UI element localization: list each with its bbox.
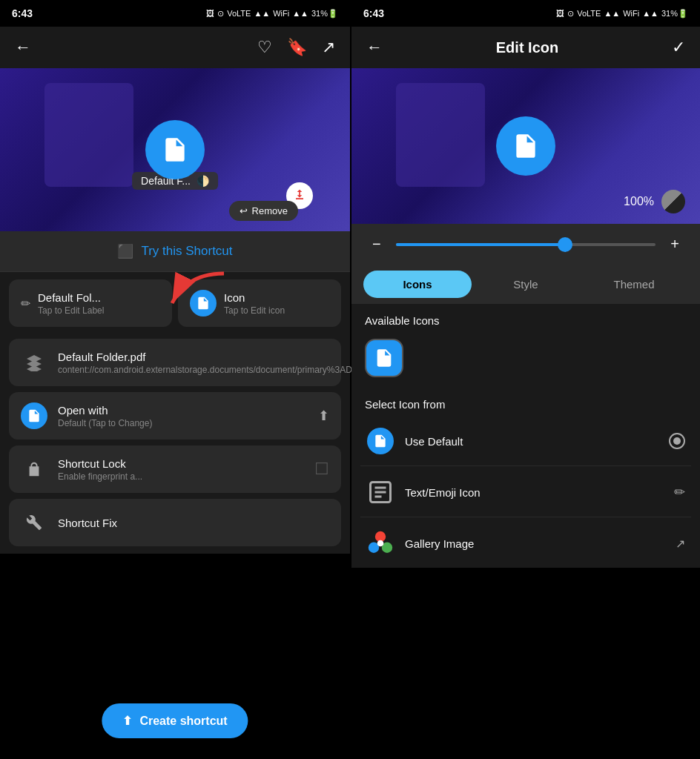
file-icon (161, 136, 189, 164)
icon-circle-small (190, 290, 217, 316)
gallery-label: Gallery Image (405, 537, 665, 550)
slider-row: − + (366, 233, 685, 256)
external-link-icon: ↗ (676, 537, 685, 551)
slider-fill (396, 243, 565, 246)
default-folder-sub: Tap to Edit Label (38, 305, 160, 316)
right-back-button[interactable]: ← (363, 35, 386, 60)
icon-content: Icon Tap to Edit icon (224, 291, 329, 316)
shortcuts-icon (292, 188, 307, 203)
use-default-icon (366, 427, 394, 455)
icon-sub: Tap to Edit icon (224, 305, 329, 316)
left-preview-banner: Default F... 🌓 ↩ Remove (0, 68, 350, 231)
right-timer-icon: ⊙ (567, 9, 574, 19)
text-emoji-item[interactable]: Text/Emoji Icon ✏ (360, 468, 691, 517)
svg-point-5 (377, 540, 384, 547)
slider-minus-button[interactable]: − (366, 233, 387, 256)
remove-icon: ↩ (240, 205, 248, 216)
voip-icon: VoLTE (227, 9, 251, 18)
tab-icons[interactable]: Icons (363, 271, 472, 298)
lock-sub: Enable fingerprint a... (58, 471, 304, 482)
tab-themed[interactable]: Themed (580, 271, 688, 298)
slider-track[interactable] (396, 243, 656, 246)
back-button[interactable]: ← (12, 35, 34, 60)
lock-title: Shortcut Lock (58, 457, 304, 470)
use-default-radio[interactable] (669, 433, 685, 449)
left-status-icons: 🖼 ⊙ VoLTE ▲▲ WiFi ▲▲ 31%🔋 (206, 9, 338, 19)
icon-title: Icon (224, 291, 329, 304)
theme-circle (661, 190, 685, 213)
text-emoji-label: Text/Emoji Icon (405, 486, 664, 499)
default-file-icon (373, 434, 388, 448)
available-file-icon (374, 348, 394, 368)
shortcut-fix-item[interactable]: Shortcut Fix (9, 499, 341, 546)
signal2-icon: ▲▲ (292, 9, 308, 18)
wrench-icon (21, 509, 47, 536)
right-voip-icon: VoLTE (577, 9, 601, 18)
create-shortcut-button[interactable]: ⬆ Create shortcut (102, 703, 248, 738)
timer-icon: ⊙ (217, 9, 224, 19)
text-box-icon (367, 479, 394, 506)
available-icons-label: Available Icons (351, 304, 700, 333)
percent-label: 100% (624, 195, 654, 208)
lock-svg-icon (26, 461, 42, 477)
moon-icon: 🌓 (197, 175, 209, 187)
right-status-time: 6:43 (363, 7, 384, 19)
icon-source-list: Use Default Text/Emoji Icon ✏ (351, 417, 700, 568)
slider-thumb[interactable] (558, 237, 572, 252)
shortcut-actions-list: ✏ Default Fol... Tap to Edit Label Icon … (0, 272, 350, 554)
right-preview-banner: 100% (351, 68, 700, 224)
gallery-icon (366, 529, 394, 557)
heart-button[interactable]: ♡ (254, 35, 275, 60)
available-icon-item[interactable] (365, 339, 403, 377)
try-shortcut-button[interactable]: ⬛ Try this Shortcut (0, 231, 350, 272)
confirm-button[interactable]: ✓ (669, 35, 688, 60)
lock-icon (21, 456, 47, 483)
default-folder-content: Default Fol... Tap to Edit Label (38, 291, 160, 316)
default-folder-title: Default Fol... (38, 291, 160, 304)
open-with-icon (21, 402, 47, 429)
checkbox-icon: ☐ (314, 460, 329, 479)
share-button[interactable]: ↗ (319, 35, 338, 60)
right-phone-panel: 6:43 🖼 ⊙ VoLTE ▲▲ WiFi ▲▲ 31%🔋 ← Edit Ic… (351, 0, 700, 759)
bookmark-button[interactable]: 🔖 (284, 35, 310, 60)
gallery-image-item[interactable]: Gallery Image ↗ (360, 519, 691, 568)
text-emoji-icon (366, 478, 394, 506)
radio-dot (673, 437, 681, 445)
use-default-item[interactable]: Use Default (360, 417, 691, 466)
pencil-icon: ✏ (21, 296, 30, 311)
right-signal-icon: ▲▲ (604, 9, 620, 18)
icon-edit-item[interactable]: Icon Tap to Edit icon (178, 279, 341, 327)
open-with-item[interactable]: Open with Default (Tap to Change) ⬆ (9, 392, 341, 440)
text-emoji-pencil-icon: ✏ (674, 484, 685, 500)
left-nav-bar: ← ♡ 🔖 ↗ (0, 27, 350, 68)
right-notification-icon: 🖼 (556, 9, 564, 18)
external-link-icon: ⬛ (117, 243, 133, 259)
main-icon-circle (145, 120, 205, 179)
wrench-svg-icon (26, 514, 42, 531)
available-icons-row (351, 333, 700, 388)
battery-icon: 31%🔋 (311, 9, 338, 19)
wifi-icon: WiFi (273, 9, 289, 18)
edit-icon-title: Edit Icon (394, 39, 660, 56)
tab-style[interactable]: Style (472, 271, 580, 298)
shortcut-fix-content: Shortcut Fix (58, 517, 329, 529)
use-default-label: Use Default (405, 435, 658, 448)
right-status-bar: 6:43 🖼 ⊙ VoLTE ▲▲ WiFi ▲▲ 31%🔋 (351, 0, 700, 27)
google-photos-icon (367, 530, 394, 557)
pdf-item[interactable]: Default Folder.pdf content://com.android… (9, 339, 341, 386)
left-status-bar: 6:43 🖼 ⊙ VoLTE ▲▲ WiFi ▲▲ 31%🔋 (0, 0, 350, 27)
cube-icon (21, 349, 47, 376)
left-status-time: 6:43 (12, 7, 33, 19)
shortcut-lock-item[interactable]: Shortcut Lock Enable fingerprint a... ☐ (9, 445, 341, 493)
size-slider-section: − + (351, 224, 700, 265)
remove-badge[interactable]: ↩ Remove (229, 201, 298, 221)
open-file-icon (27, 408, 42, 423)
file-small-icon (196, 296, 211, 311)
shortcut-fix-title: Shortcut Fix (58, 517, 329, 529)
right-file-icon (512, 132, 540, 160)
notification-icon: 🖼 (206, 9, 214, 18)
slider-plus-button[interactable]: + (664, 233, 685, 256)
default-folder-item[interactable]: ✏ Default Fol... Tap to Edit Label (9, 279, 172, 327)
right-wifi-icon: WiFi (623, 9, 639, 18)
right-battery-icon: 31%🔋 (661, 9, 688, 19)
